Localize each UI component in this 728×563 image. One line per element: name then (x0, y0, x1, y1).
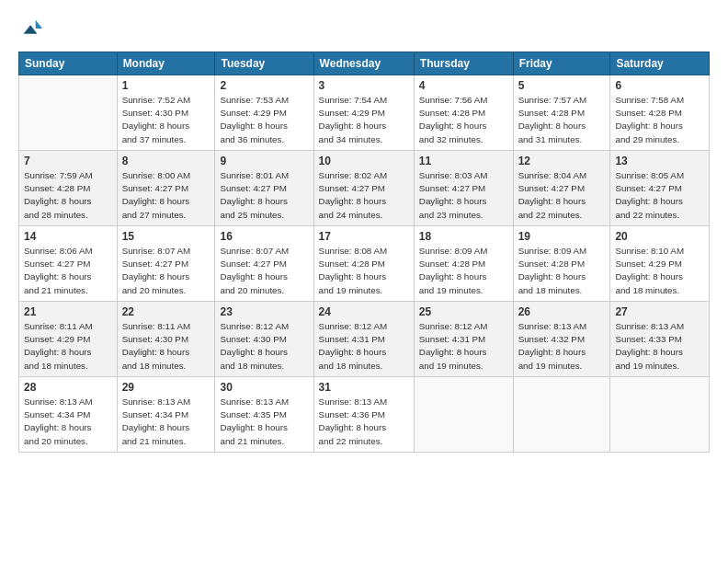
day-cell: 7Sunrise: 7:59 AMSunset: 4:28 PMDaylight… (19, 151, 118, 226)
calendar-header-row: SundayMondayTuesdayWednesdayThursdayFrid… (19, 52, 710, 75)
day-number: 28 (24, 381, 112, 394)
day-number: 11 (419, 155, 508, 167)
day-number: 12 (518, 155, 606, 167)
day-number: 17 (319, 230, 409, 243)
logo (18, 17, 48, 42)
day-number: 10 (319, 155, 409, 167)
day-cell: 17Sunrise: 8:08 AMSunset: 4:28 PMDayligh… (313, 226, 414, 302)
col-header-monday: Monday (117, 52, 215, 75)
day-cell: 26Sunrise: 8:13 AMSunset: 4:32 PMDayligh… (513, 302, 610, 377)
day-cell: 15Sunrise: 8:07 AMSunset: 4:27 PMDayligh… (117, 226, 215, 302)
day-cell: 1Sunrise: 7:52 AMSunset: 4:30 PMDaylight… (117, 75, 215, 151)
day-cell: 16Sunrise: 8:07 AMSunset: 4:27 PMDayligh… (215, 226, 313, 302)
day-number: 23 (220, 305, 308, 318)
day-info: Sunrise: 8:08 AMSunset: 4:28 PMDaylight:… (319, 245, 409, 297)
day-info: Sunrise: 8:11 AMSunset: 4:29 PMDaylight:… (24, 320, 112, 373)
day-info: Sunrise: 8:13 AMSunset: 4:34 PMDaylight:… (24, 396, 112, 448)
col-header-sunday: Sunday (19, 52, 118, 75)
day-info: Sunrise: 8:12 AMSunset: 4:30 PMDaylight:… (220, 320, 308, 373)
day-number: 4 (419, 79, 508, 92)
day-cell: 9Sunrise: 8:01 AMSunset: 4:27 PMDaylight… (215, 151, 313, 226)
day-number: 1 (122, 79, 210, 92)
day-info: Sunrise: 8:13 AMSunset: 4:36 PMDaylight:… (319, 396, 409, 448)
day-number: 14 (24, 230, 112, 243)
day-cell (414, 377, 513, 453)
day-cell: 19Sunrise: 8:09 AMSunset: 4:28 PMDayligh… (513, 226, 610, 302)
day-number: 22 (122, 305, 210, 318)
day-info: Sunrise: 8:13 AMSunset: 4:35 PMDaylight:… (220, 396, 308, 448)
week-row-2: 14Sunrise: 8:06 AMSunset: 4:27 PMDayligh… (19, 226, 710, 302)
page: SundayMondayTuesdayWednesdayThursdayFrid… (0, 0, 728, 563)
day-number: 19 (518, 230, 606, 243)
day-number: 2 (220, 79, 308, 92)
day-info: Sunrise: 7:57 AMSunset: 4:28 PMDaylight:… (518, 94, 606, 146)
col-header-thursday: Thursday (414, 52, 513, 75)
logo-icon (18, 17, 44, 42)
day-number: 29 (122, 381, 210, 394)
week-row-1: 7Sunrise: 7:59 AMSunset: 4:28 PMDaylight… (19, 151, 710, 226)
day-info: Sunrise: 8:13 AMSunset: 4:32 PMDaylight:… (518, 320, 606, 373)
day-cell: 2Sunrise: 7:53 AMSunset: 4:29 PMDaylight… (215, 75, 313, 151)
day-number: 8 (122, 155, 210, 167)
day-number: 16 (220, 230, 308, 243)
day-info: Sunrise: 8:07 AMSunset: 4:27 PMDaylight:… (122, 245, 210, 297)
week-row-4: 28Sunrise: 8:13 AMSunset: 4:34 PMDayligh… (19, 377, 710, 453)
col-header-saturday: Saturday (610, 52, 710, 75)
day-cell: 5Sunrise: 7:57 AMSunset: 4:28 PMDaylight… (513, 75, 610, 151)
day-info: Sunrise: 7:52 AMSunset: 4:30 PMDaylight:… (122, 94, 210, 146)
day-number: 26 (518, 305, 606, 318)
day-info: Sunrise: 8:09 AMSunset: 4:28 PMDaylight:… (419, 245, 508, 297)
day-cell: 4Sunrise: 7:56 AMSunset: 4:28 PMDaylight… (414, 75, 513, 151)
day-number: 31 (319, 381, 409, 394)
day-number: 18 (419, 230, 508, 243)
day-cell: 25Sunrise: 8:12 AMSunset: 4:31 PMDayligh… (414, 302, 513, 377)
day-cell: 3Sunrise: 7:54 AMSunset: 4:29 PMDaylight… (313, 75, 414, 151)
day-cell: 10Sunrise: 8:02 AMSunset: 4:27 PMDayligh… (313, 151, 414, 226)
day-cell: 6Sunrise: 7:58 AMSunset: 4:28 PMDaylight… (610, 75, 710, 151)
day-info: Sunrise: 8:12 AMSunset: 4:31 PMDaylight:… (319, 320, 409, 373)
day-info: Sunrise: 8:12 AMSunset: 4:31 PMDaylight:… (419, 320, 508, 373)
day-info: Sunrise: 8:01 AMSunset: 4:27 PMDaylight:… (220, 169, 308, 222)
day-cell: 8Sunrise: 8:00 AMSunset: 4:27 PMDaylight… (117, 151, 215, 226)
day-number: 15 (122, 230, 210, 243)
day-cell (610, 377, 710, 453)
day-info: Sunrise: 7:54 AMSunset: 4:29 PMDaylight:… (319, 94, 409, 146)
day-info: Sunrise: 8:10 AMSunset: 4:29 PMDaylight:… (615, 245, 704, 297)
day-cell: 11Sunrise: 8:03 AMSunset: 4:27 PMDayligh… (414, 151, 513, 226)
day-cell: 20Sunrise: 8:10 AMSunset: 4:29 PMDayligh… (610, 226, 710, 302)
day-cell: 28Sunrise: 8:13 AMSunset: 4:34 PMDayligh… (19, 377, 118, 453)
day-info: Sunrise: 7:53 AMSunset: 4:29 PMDaylight:… (220, 94, 308, 146)
col-header-tuesday: Tuesday (215, 52, 313, 75)
day-info: Sunrise: 8:00 AMSunset: 4:27 PMDaylight:… (122, 169, 210, 222)
day-number: 27 (615, 305, 704, 318)
day-number: 20 (615, 230, 704, 243)
calendar-body: 1Sunrise: 7:52 AMSunset: 4:30 PMDaylight… (19, 75, 710, 453)
day-info: Sunrise: 7:56 AMSunset: 4:28 PMDaylight:… (419, 94, 508, 146)
day-info: Sunrise: 8:04 AMSunset: 4:27 PMDaylight:… (518, 169, 606, 222)
day-number: 21 (24, 305, 112, 318)
day-info: Sunrise: 8:06 AMSunset: 4:27 PMDaylight:… (24, 245, 112, 297)
day-info: Sunrise: 8:05 AMSunset: 4:27 PMDaylight:… (615, 169, 704, 222)
day-number: 5 (518, 79, 606, 92)
day-cell (19, 75, 118, 151)
day-number: 30 (220, 381, 308, 394)
day-cell: 23Sunrise: 8:12 AMSunset: 4:30 PMDayligh… (215, 302, 313, 377)
day-info: Sunrise: 8:09 AMSunset: 4:28 PMDaylight:… (518, 245, 606, 297)
day-number: 6 (615, 79, 704, 92)
day-cell: 30Sunrise: 8:13 AMSunset: 4:35 PMDayligh… (215, 377, 313, 453)
day-cell: 29Sunrise: 8:13 AMSunset: 4:34 PMDayligh… (117, 377, 215, 453)
day-number: 7 (24, 155, 112, 167)
week-row-0: 1Sunrise: 7:52 AMSunset: 4:30 PMDaylight… (19, 75, 710, 151)
day-number: 3 (319, 79, 409, 92)
svg-marker-1 (24, 25, 38, 33)
day-cell: 27Sunrise: 8:13 AMSunset: 4:33 PMDayligh… (610, 302, 710, 377)
day-info: Sunrise: 7:58 AMSunset: 4:28 PMDaylight:… (615, 94, 704, 146)
day-info: Sunrise: 8:07 AMSunset: 4:27 PMDaylight:… (220, 245, 308, 297)
day-number: 13 (615, 155, 704, 167)
day-info: Sunrise: 8:13 AMSunset: 4:34 PMDaylight:… (122, 396, 210, 448)
day-number: 9 (220, 155, 308, 167)
day-info: Sunrise: 8:11 AMSunset: 4:30 PMDaylight:… (122, 320, 210, 373)
day-number: 25 (419, 305, 508, 318)
day-cell: 21Sunrise: 8:11 AMSunset: 4:29 PMDayligh… (19, 302, 118, 377)
day-cell: 13Sunrise: 8:05 AMSunset: 4:27 PMDayligh… (610, 151, 710, 226)
